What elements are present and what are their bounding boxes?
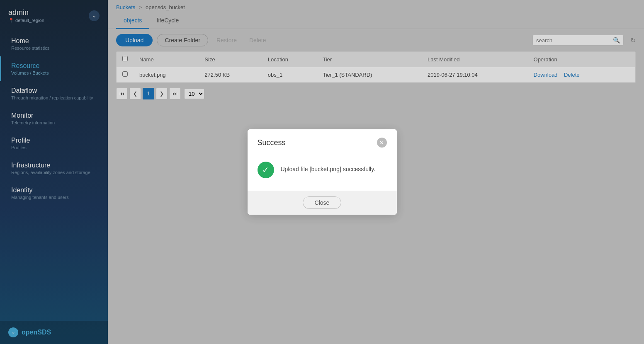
modal-body: ✓ Upload file [bucket.png] successfully. [248,153,397,191]
success-modal: Success ✕ ✓ Upload file [bucket.png] suc… [248,129,397,215]
modal-close-button[interactable]: Close [303,196,342,209]
modal-footer: Close [248,191,397,215]
modal-close-x-button[interactable]: ✕ [377,138,387,148]
modal-message: Upload file [bucket.png] successfully. [281,162,376,174]
modal-overlay: Success ✕ ✓ Upload file [bucket.png] suc… [0,0,644,344]
success-icon: ✓ [258,162,274,178]
modal-title: Success [258,138,286,147]
modal-header: Success ✕ [248,129,397,153]
